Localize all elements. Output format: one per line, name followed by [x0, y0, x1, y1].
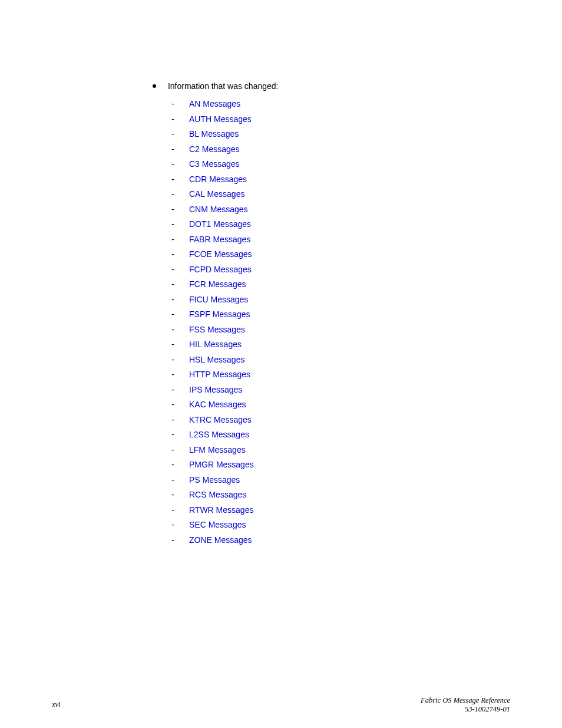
- dash-icon: -: [171, 307, 174, 322]
- message-link[interactable]: BL Messages: [189, 129, 239, 139]
- list-item: -KTRC Messages: [171, 413, 517, 428]
- intro-text: Information that was changed:: [168, 81, 279, 91]
- list-item: -FICU Messages: [171, 292, 517, 308]
- list-item: -FSPF Messages: [171, 307, 517, 322]
- message-link[interactable]: HIL Messages: [189, 340, 242, 349]
- message-link[interactable]: RCS Messages: [189, 490, 246, 499]
- list-item: -SEC Messages: [171, 518, 517, 533]
- dash-icon: -: [171, 337, 174, 353]
- message-link[interactable]: CAL Messages: [189, 189, 244, 199]
- list-item: -LFM Messages: [171, 443, 517, 458]
- message-link[interactable]: CNM Messages: [189, 205, 248, 214]
- footer-reference: Fabric OS Message Reference 53-1002749-0…: [421, 696, 510, 714]
- message-link[interactable]: LFM Messages: [189, 445, 246, 454]
- intro-line: Information that was changed:: [151, 81, 517, 91]
- list-item: -PS Messages: [171, 473, 517, 488]
- list-item: -CNM Messages: [171, 202, 517, 218]
- list-item: -HIL Messages: [171, 337, 517, 353]
- dash-icon: -: [171, 187, 174, 202]
- dash-icon: -: [171, 367, 174, 383]
- dash-icon: -: [171, 217, 174, 232]
- message-link[interactable]: AUTH Messages: [189, 114, 252, 124]
- list-item: -C3 Messages: [171, 157, 517, 172]
- message-link[interactable]: AN Messages: [189, 99, 240, 108]
- dash-icon: -: [171, 292, 174, 308]
- message-link[interactable]: KAC Messages: [189, 400, 246, 409]
- dash-icon: -: [171, 383, 174, 398]
- dash-icon: -: [171, 473, 174, 488]
- message-link[interactable]: FSS Messages: [189, 325, 245, 334]
- list-item: -ZONE Messages: [171, 533, 517, 548]
- message-link[interactable]: HTTP Messages: [189, 370, 250, 379]
- dash-icon: -: [171, 262, 174, 278]
- message-link[interactable]: FICU Messages: [189, 295, 248, 304]
- footer-ref-line1: Fabric OS Message Reference: [421, 696, 510, 704]
- message-link-list: -AN Messages-AUTH Messages-BL Messages-C…: [171, 97, 517, 548]
- list-item: -RCS Messages: [171, 487, 517, 503]
- dash-icon: -: [171, 202, 174, 218]
- message-link[interactable]: ZONE Messages: [189, 535, 252, 545]
- bullet-icon: [153, 84, 156, 88]
- page: Information that was changed: -AN Messag…: [0, 0, 562, 728]
- dash-icon: -: [171, 277, 174, 292]
- list-item: -KAC Messages: [171, 397, 517, 413]
- message-link[interactable]: FCPD Messages: [189, 265, 252, 274]
- list-item: -FCOE Messages: [171, 247, 517, 262]
- list-item: -HSL Messages: [171, 353, 517, 368]
- dash-icon: -: [171, 157, 174, 172]
- list-item: -L2SS Messages: [171, 427, 517, 443]
- list-item: -AN Messages: [171, 97, 517, 112]
- content-block: Information that was changed: -AN Messag…: [151, 81, 517, 548]
- dash-icon: -: [171, 457, 174, 473]
- list-item: -FABR Messages: [171, 232, 517, 248]
- dash-icon: -: [171, 172, 174, 187]
- list-item: -CAL Messages: [171, 187, 517, 202]
- message-link[interactable]: FCOE Messages: [189, 249, 252, 259]
- message-link[interactable]: RTWR Messages: [189, 505, 253, 515]
- dash-icon: -: [171, 247, 174, 262]
- dash-icon: -: [171, 97, 174, 112]
- message-link[interactable]: HSL Messages: [189, 355, 244, 364]
- list-item: -FCR Messages: [171, 277, 517, 292]
- message-link[interactable]: SEC Messages: [189, 520, 246, 529]
- list-item: -PMGR Messages: [171, 457, 517, 473]
- list-item: -FCPD Messages: [171, 262, 517, 278]
- message-link[interactable]: FABR Messages: [189, 235, 250, 244]
- dash-icon: -: [171, 503, 174, 518]
- list-item: -RTWR Messages: [171, 503, 517, 518]
- message-link[interactable]: DOT1 Messages: [189, 219, 251, 229]
- dash-icon: -: [171, 232, 174, 248]
- list-item: -DOT1 Messages: [171, 217, 517, 232]
- list-item: -CDR Messages: [171, 172, 517, 187]
- dash-icon: -: [171, 397, 174, 413]
- message-link[interactable]: CDR Messages: [189, 174, 247, 184]
- dash-icon: -: [171, 127, 174, 142]
- message-link[interactable]: L2SS Messages: [189, 430, 249, 439]
- list-item: -C2 Messages: [171, 142, 517, 157]
- list-item: -AUTH Messages: [171, 112, 517, 127]
- dash-icon: -: [171, 112, 174, 127]
- list-item: -IPS Messages: [171, 383, 517, 398]
- message-link[interactable]: FSPF Messages: [189, 309, 250, 319]
- message-link[interactable]: FCR Messages: [189, 279, 246, 289]
- message-link[interactable]: IPS Messages: [189, 385, 242, 394]
- list-item: -FSS Messages: [171, 322, 517, 338]
- dash-icon: -: [171, 142, 174, 157]
- message-link[interactable]: PS Messages: [189, 475, 240, 485]
- dash-icon: -: [171, 487, 174, 503]
- dash-icon: -: [171, 533, 174, 548]
- dash-icon: -: [171, 413, 174, 428]
- list-item: -HTTP Messages: [171, 367, 517, 383]
- message-link[interactable]: KTRC Messages: [189, 415, 252, 424]
- dash-icon: -: [171, 322, 174, 338]
- message-link[interactable]: PMGR Messages: [189, 460, 254, 469]
- dash-icon: -: [171, 443, 174, 458]
- footer-ref-line2: 53-1002749-01: [465, 705, 510, 713]
- message-link[interactable]: C3 Messages: [189, 159, 240, 169]
- message-link[interactable]: C2 Messages: [189, 144, 240, 154]
- dash-icon: -: [171, 518, 174, 533]
- page-number: xvi: [52, 700, 61, 709]
- dash-icon: -: [171, 353, 174, 368]
- dash-icon: -: [171, 427, 174, 443]
- list-item: -BL Messages: [171, 127, 517, 142]
